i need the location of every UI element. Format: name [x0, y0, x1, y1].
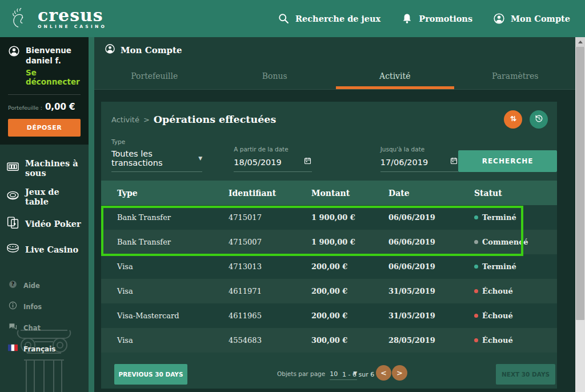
- user-icon: [493, 13, 505, 25]
- cell-identifiant: 4713013: [229, 262, 311, 271]
- cresus-head-icon: [7, 6, 33, 32]
- status-label: Commencé: [482, 238, 528, 246]
- cell-statut: Terminé: [474, 213, 557, 222]
- page: cresus ONLINE CASINO Recherche de jeuxPr…: [0, 0, 585, 392]
- sort-arrows-icon: [508, 114, 518, 125]
- table-row[interactable]: Visa-Mastercard4611965200,00 €31/05/2019…: [101, 303, 557, 328]
- cell-date: 31/05/2019: [388, 311, 474, 320]
- status-label: Échoué: [482, 336, 513, 345]
- calendar-icon[interactable]: [303, 157, 312, 167]
- account-tabs: PortefeuilleBonusActivitéParamètres: [94, 63, 575, 90]
- column-header-montant: Montant: [311, 189, 388, 198]
- svg-text:?: ?: [11, 281, 14, 287]
- column-header-identifiant: Identifiant: [229, 189, 311, 198]
- table-row[interactable]: Visa4611971200,00 €31/05/2019Échoué: [101, 279, 557, 303]
- to-date-filter: Jusqu'à la date 17/06/2019: [380, 146, 458, 172]
- chevron-down-icon: ▼: [198, 155, 202, 161]
- welcome-greeting: Bienvenue: [26, 45, 81, 55]
- cell-montant: 1 900,00 €: [311, 238, 388, 246]
- previous-30-days-button[interactable]: PREVIOUS 30 DAYS: [114, 364, 187, 385]
- breadcrumb-separator: >: [143, 115, 150, 124]
- logout-link[interactable]: Se déconnecter: [26, 68, 81, 86]
- cell-montant: 200,00 €: [311, 262, 388, 271]
- search-button[interactable]: RECHERCHE: [458, 150, 557, 172]
- status-label: Terminé: [482, 213, 516, 222]
- previous-page-button[interactable]: <: [376, 365, 391, 381]
- tab-bonus[interactable]: Bonus: [215, 63, 335, 89]
- table-row[interactable]: Visa4554683300,00 €28/05/2019Échoué: [101, 328, 557, 353]
- cell-statut: Commencé: [474, 238, 557, 246]
- video-poker-icon: [6, 215, 20, 232]
- cell-type: Visa: [117, 336, 229, 345]
- cell-type: Visa-Mastercard: [117, 311, 229, 320]
- filters-bar: Type Toutes les transactions ▼ A partir …: [101, 136, 557, 172]
- search-icon: [278, 13, 290, 25]
- bell-icon: [401, 13, 413, 25]
- status-label: Terminé: [482, 262, 516, 271]
- history-button[interactable]: [530, 110, 548, 129]
- column-header-statut: Statut: [474, 189, 557, 198]
- to-date-input[interactable]: 17/06/2019: [380, 157, 458, 172]
- sidebar-item-label: Vidéo Poker: [25, 219, 81, 229]
- wallet-label: Portefeuille :: [8, 105, 42, 111]
- greek-column-illustration: [13, 320, 75, 392]
- scrollbar-thumb[interactable]: [576, 47, 584, 320]
- cell-date: 31/05/2019: [388, 287, 474, 295]
- account-user-icon: [105, 43, 115, 57]
- slot-machine-icon: [6, 160, 20, 177]
- cell-identifiant: 4715017: [229, 213, 311, 222]
- nav-item-recherche-de-jeux[interactable]: Recherche de jeux: [278, 13, 380, 25]
- account-header: Mon Compte: [94, 37, 575, 63]
- sidebar-item-infos[interactable]: Infos: [0, 296, 89, 317]
- table-row[interactable]: Bank Transfer47150071 900,00 €06/06/2019…: [101, 230, 557, 254]
- cell-type: Bank Transfer: [117, 238, 229, 246]
- transactions-sort-button[interactable]: [504, 110, 522, 129]
- sidebar-item-machines-a-sous[interactable]: Machines à sous: [0, 154, 89, 182]
- status-label: Échoué: [482, 287, 513, 295]
- next-page-button[interactable]: >: [392, 365, 407, 381]
- transactions-table: TypeIdentifiantMontantDateStatut Bank Tr…: [101, 181, 557, 353]
- to-date-value: 17/06/2019: [380, 158, 428, 167]
- cell-statut: Échoué: [474, 311, 557, 320]
- cell-identifiant: 4554683: [229, 336, 311, 345]
- logo-subtitle: ONLINE CASINO: [38, 24, 107, 29]
- status-dot-icon: [474, 289, 478, 293]
- type-filter-select[interactable]: Toutes les transactions ▼: [111, 149, 202, 172]
- cell-date: 06/06/2019: [388, 213, 474, 222]
- table-row[interactable]: Visa4713013200,00 €06/06/2019Terminé: [101, 254, 557, 279]
- page-title: Opérations effectuées: [154, 114, 276, 125]
- from-date-input[interactable]: 18/05/2019: [234, 157, 311, 172]
- sidebar-item-label: Infos: [23, 303, 42, 311]
- cell-date: 06/06/2019: [388, 238, 474, 246]
- status-dot-icon: [474, 314, 478, 318]
- nav-item-label: Promotions: [419, 14, 472, 23]
- sidebar: Bienvenue daniel f. Se déconnecter Porte…: [0, 37, 89, 392]
- calendar-icon[interactable]: [450, 157, 458, 167]
- pagination-bar: PREVIOUS 30 DAYS Objets par page 10 ▼ 1 …: [101, 363, 557, 386]
- sidebar-item-live-casino[interactable]: Live Casino: [0, 237, 89, 262]
- cell-montant: 200,00 €: [311, 311, 388, 320]
- history-clock-icon: [534, 114, 544, 125]
- sidebar-item-aide[interactable]: ?Aide: [0, 275, 89, 296]
- status-dot-icon: [474, 338, 478, 342]
- tab-portefeuille[interactable]: Portefeuille: [94, 63, 215, 89]
- info-icon: [8, 301, 18, 313]
- tab-parametres[interactable]: Paramètres: [455, 63, 576, 89]
- tab-activite[interactable]: Activité: [335, 63, 455, 89]
- breadcrumb-section[interactable]: Activité: [111, 115, 139, 124]
- cresus-logo[interactable]: cresus ONLINE CASINO: [7, 6, 107, 32]
- nav-item-mon-compte[interactable]: Mon Compte: [493, 13, 570, 25]
- nav-item-promotions[interactable]: Promotions: [401, 13, 472, 25]
- vertical-scrollbar[interactable]: [575, 37, 585, 392]
- deposit-button[interactable]: DÉPOSER: [8, 119, 81, 137]
- cell-identifiant: 4611971: [229, 287, 311, 295]
- sidebar-item-jeux-de-table[interactable]: Jeux de table: [0, 182, 89, 211]
- scrollbar-up-button[interactable]: [575, 37, 585, 47]
- sidebar-menu: Machines à sousJeux de tableVidéo PokerL…: [0, 145, 89, 262]
- sidebar-item-video-poker[interactable]: Vidéo Poker: [0, 211, 89, 237]
- top-navigation: Recherche de jeuxPromotionsMon Compte: [278, 13, 570, 25]
- table-header-row: TypeIdentifiantMontantDateStatut: [101, 181, 557, 205]
- user-avatar-icon: [8, 45, 20, 86]
- type-filter-value: Toutes les transactions: [111, 149, 194, 167]
- table-row[interactable]: Bank Transfer47150171 900,00 €06/06/2019…: [101, 205, 557, 230]
